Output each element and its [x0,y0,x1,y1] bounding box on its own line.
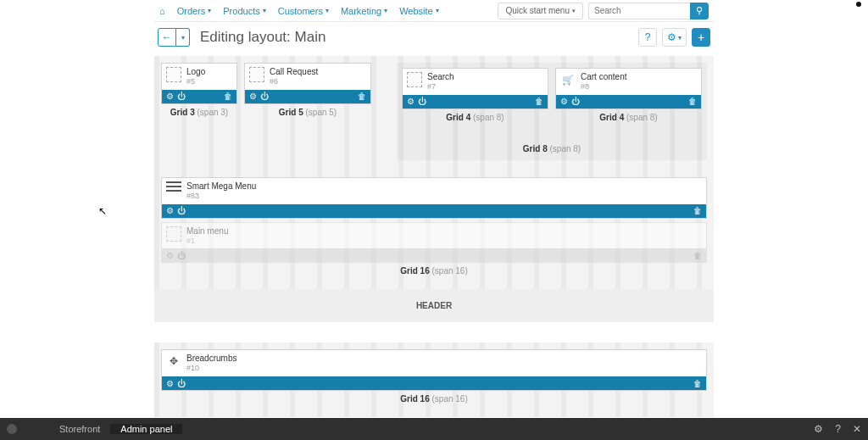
placeholder-icon [166,67,181,82]
block-logo[interactable]: Logo #5 ⚙⏻ 🗑 [161,63,237,104]
guide-icon: ✥ [166,354,181,369]
home-icon[interactable]: ⌂ [159,6,165,16]
power-icon[interactable]: ⏻ [177,251,186,260]
layout-container-top: Logo #5 ⚙⏻ 🗑 Grid 3 (span 3) [154,56,714,289]
grid-label: Grid 3 (span 3) [161,104,237,124]
gear-icon[interactable]: ⚙ [166,92,174,101]
help-icon: ? [645,31,651,43]
block-main-menu[interactable]: Main menu #1 ⚙⏻ 🗑 [161,222,707,264]
arrow-left-icon: ← [162,31,172,43]
close-icon[interactable]: ✕ [853,423,861,435]
power-icon[interactable]: ⏻ [418,97,426,106]
block-title: Logo [186,67,205,77]
gear-icon[interactable]: ⚙ [166,379,174,388]
search-icon: ⚲ [696,5,703,16]
power-icon[interactable]: ⏻ [177,379,186,388]
block-id: #83 [186,192,256,201]
search-input[interactable] [588,3,690,19]
grid-label: Grid 16 (span 16) [161,263,707,282]
power-icon[interactable]: ⏻ [177,92,186,101]
gear-icon[interactable]: ⚙ [814,423,823,435]
caret-icon: ▾ [572,8,576,14]
help-icon[interactable]: ? [835,423,841,435]
block-title: Breadcrumbs [186,354,236,364]
block-id: #6 [270,77,318,86]
nav-marketing[interactable]: Marketing▾ [341,6,387,16]
search-button[interactable]: ⚲ [690,3,709,19]
global-search: ⚲ [588,3,709,19]
block-search[interactable]: Search #7 ⚙⏻ 🗑 [402,68,548,109]
placeholder-icon [249,67,264,82]
grid-label: Grid 5 (span 5) [244,104,371,124]
block-id: #5 [186,77,205,86]
block-title: Search [427,72,454,82]
block-title: Smart Mega Menu [186,181,256,192]
block-id: #7 [427,82,454,92]
block-id: #8 [581,82,626,92]
trash-icon[interactable]: 🗑 [224,92,232,101]
back-button[interactable]: ← [158,28,176,47]
section-header: HEADER [154,289,714,322]
grid-label: Grid 16 (span 16) [161,391,707,410]
cart-icon: 🛒 [560,72,576,87]
settings-button[interactable]: ⚙▾ [662,28,687,47]
power-icon[interactable]: ⏻ [571,97,580,106]
caret-icon: ▾ [326,7,329,14]
tab-admin-panel[interactable]: Admin panel [110,424,182,434]
nav-customers[interactable]: Customers▾ [278,6,329,16]
block-title: Call Request [270,67,318,77]
gear-icon[interactable]: ⚙ [560,97,568,106]
caret-icon: ▾ [436,7,439,14]
block-title: Main menu [186,226,228,237]
gear-icon[interactable]: ⚙ [166,206,174,215]
bottom-taskbar: Storefront Admin panel ⚙ ? ✕ [0,418,868,440]
gear-icon: ⚙ [667,31,676,43]
nav-products[interactable]: Products▾ [223,6,265,16]
caret-icon: ▾ [181,34,185,42]
title-bar: ← ▾ Editing layout: Main ? ⚙▾ + [154,22,714,53]
trash-icon[interactable]: 🗑 [693,379,702,388]
placeholder-icon [407,72,422,87]
caret-icon: ▾ [263,7,266,14]
menu-icon [166,181,181,193]
block-breadcrumbs[interactable]: ✥ Breadcrumbs #10 ⚙⏻ 🗑 [161,349,707,391]
help-button[interactable]: ? [638,28,657,47]
block-id: #10 [186,364,236,373]
caret-icon: ▾ [678,34,682,42]
block-cart[interactable]: 🛒 Cart content #8 ⚙⏻ 🗑 [555,68,702,109]
block-mega-menu[interactable]: Smart Mega Menu #83 ⚙⏻ 🗑 [161,177,707,219]
block-call-request[interactable]: Call Request #6 ⚙⏻ 🗑 [244,63,371,104]
grid-label: Grid 4 (span 8) [555,109,702,129]
grid-label: Grid 8 (span 8) [402,129,702,160]
recording-indicator [856,2,861,7]
cursor-icon: ↖ [98,205,107,217]
tab-storefront[interactable]: Storefront [49,424,110,434]
trash-icon[interactable]: 🗑 [358,92,366,101]
trash-icon[interactable]: 🗑 [693,206,702,215]
caret-icon: ▾ [208,7,211,14]
plus-icon: + [698,31,704,44]
block-title: Cart content [581,72,626,82]
page-title: Editing layout: Main [200,29,326,46]
gear-icon[interactable]: ⚙ [407,97,415,106]
top-navbar: ⌂ Orders▾ Products▾ Customers▾ Marketing… [154,0,714,22]
nav-website[interactable]: Website▾ [399,6,439,16]
layout-container-crumbs: ✥ Breadcrumbs #10 ⚙⏻ 🗑 Grid 16 (span 16) [154,343,714,417]
quick-start-menu[interactable]: Quick start menu▾ [498,3,583,19]
trash-icon[interactable]: 🗑 [688,97,697,106]
app-logo-icon [7,424,17,434]
trash-icon[interactable]: 🗑 [693,251,702,260]
grid-label: Grid 4 (span 8) [402,109,548,129]
trash-icon[interactable]: 🗑 [535,97,543,106]
back-dropdown[interactable]: ▾ [176,28,190,47]
placeholder-icon [166,226,181,242]
gear-icon[interactable]: ⚙ [166,251,174,260]
caret-icon: ▾ [384,7,387,14]
power-icon[interactable]: ⏻ [177,206,186,215]
power-icon[interactable]: ⏻ [260,92,269,101]
gear-icon[interactable]: ⚙ [249,92,257,101]
nav-orders[interactable]: Orders▾ [177,6,212,16]
add-button[interactable]: + [692,28,710,47]
block-id: #1 [186,237,228,246]
